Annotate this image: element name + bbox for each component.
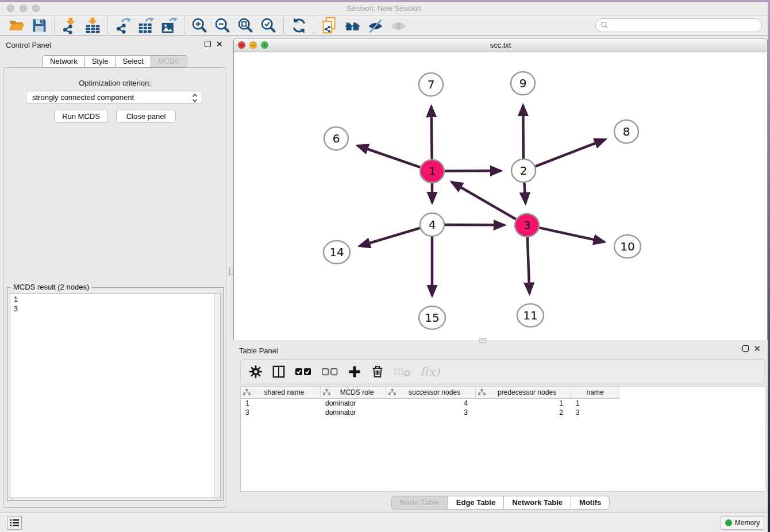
first-neighbors-icon: [344, 17, 361, 34]
task-history-button[interactable]: [7, 516, 22, 530]
open-session-button[interactable]: [5, 16, 28, 34]
edge-2-9[interactable]: [523, 105, 523, 159]
horizontal-splitter-grip[interactable]: [479, 338, 486, 343]
import-table-button[interactable]: [81, 16, 104, 34]
column-header-MCDS-role[interactable]: MCDS role: [321, 387, 386, 399]
hide-columns-button[interactable]: [321, 363, 338, 380]
edge-1-2[interactable]: [445, 171, 501, 171]
window-zoom-button[interactable]: [32, 5, 40, 12]
cell-MCDS-role[interactable]: dominator: [321, 399, 386, 408]
table-row[interactable]: 3dominator323: [241, 408, 765, 417]
network-canvas[interactable]: 7968124314101511: [234, 52, 767, 340]
export-table-button[interactable]: [134, 16, 157, 34]
search-input[interactable]: [609, 20, 761, 31]
node-label-9: 9: [519, 76, 527, 90]
tab-style[interactable]: Style: [85, 55, 116, 68]
edge-3-11[interactable]: [528, 237, 530, 294]
node-label-6: 6: [333, 132, 340, 145]
cell-name[interactable]: 1: [571, 399, 619, 408]
sitemap-icon: [323, 389, 330, 396]
cell-shared-name[interactable]: 1: [241, 399, 321, 408]
cell-successor-nodes[interactable]: 3: [386, 408, 476, 417]
optimization-criterion-value: strongly connected component: [32, 93, 134, 102]
tab-network[interactable]: Network: [43, 55, 85, 68]
tab-network-table[interactable]: Network Table: [504, 496, 571, 510]
run-mcds-button[interactable]: Run MCDS: [54, 110, 108, 123]
hide-selected-button[interactable]: [364, 16, 387, 34]
column-header-successor-nodes[interactable]: successor nodes: [386, 387, 476, 399]
network-close-button[interactable]: ×: [238, 41, 245, 49]
mcds-result-title: MCDS result (2 nodes): [11, 283, 91, 291]
tab-node-table[interactable]: Node Table: [391, 496, 448, 510]
cell-MCDS-role[interactable]: dominator: [321, 408, 386, 417]
node-label-14: 14: [329, 245, 344, 259]
column-header-shared-name[interactable]: shared name: [241, 387, 321, 399]
edge-3-1[interactable]: [452, 182, 516, 219]
cell-predecessor-nodes[interactable]: 1: [476, 399, 571, 408]
toolbar-separator: [54, 17, 55, 34]
import-network-button[interactable]: [58, 16, 81, 34]
window-minimize-button[interactable]: [20, 5, 27, 12]
cell-shared-name[interactable]: 3: [241, 408, 321, 417]
save-session-button[interactable]: [28, 16, 51, 34]
delete-column-button[interactable]: [371, 363, 384, 380]
edge-3-10[interactable]: [540, 228, 605, 242]
float-table-panel-icon[interactable]: [742, 345, 749, 352]
edge-2-3[interactable]: [524, 183, 525, 203]
toolbar-separator: [107, 17, 108, 34]
optimization-criterion-select[interactable]: strongly connected component: [26, 91, 202, 104]
toolbar-separator: [283, 17, 284, 34]
save-session-icon: [30, 17, 48, 34]
float-panel-icon[interactable]: [205, 41, 211, 47]
close-panel-icon[interactable]: ✕: [215, 41, 223, 47]
close-panel-button[interactable]: Close panel: [116, 110, 176, 123]
sitemap-icon: [478, 389, 486, 396]
table-settings-button[interactable]: [249, 363, 263, 380]
tab-mcds[interactable]: MCDS: [151, 55, 187, 68]
table-row[interactable]: 1dominator411: [241, 399, 765, 408]
column-header-name[interactable]: name: [571, 387, 619, 399]
node-label-11: 11: [523, 309, 537, 322]
show-columns-button[interactable]: [295, 363, 312, 380]
clone-network-button[interactable]: [318, 16, 341, 34]
zoom-fit-button[interactable]: [234, 16, 257, 34]
memory-button[interactable]: Memory: [721, 516, 764, 530]
delete-column-icon: [371, 365, 384, 379]
tab-select[interactable]: Select: [116, 55, 151, 68]
search-box[interactable]: [595, 18, 762, 32]
node-label-3: 3: [523, 218, 531, 232]
tab-motifs[interactable]: Motifs: [571, 496, 610, 510]
network-zoom-button[interactable]: +: [261, 41, 268, 49]
zoom-selected-button[interactable]: [257, 16, 280, 34]
mcds-result-scrollbar[interactable]: [214, 294, 220, 498]
toolbar-separator: [314, 17, 314, 34]
tab-edge-table[interactable]: Edge Table: [448, 496, 504, 510]
mcds-result-textarea[interactable]: 1 3: [10, 293, 221, 498]
node-table[interactable]: shared nameMCDS rolesuccessor nodesprede…: [240, 386, 765, 492]
app-title: Session: New Session: [0, 2, 768, 16]
node-label-15: 15: [425, 311, 439, 325]
cell-name[interactable]: 3: [571, 408, 619, 417]
zoom-in-button[interactable]: [188, 16, 211, 34]
network-minimize-button[interactable]: –: [249, 41, 257, 49]
column-header-predecessor-nodes[interactable]: predecessor nodes: [476, 387, 571, 399]
close-table-panel-icon[interactable]: ✕: [753, 345, 761, 352]
zoom-out-button[interactable]: [211, 16, 234, 34]
window-close-button[interactable]: [7, 5, 14, 12]
cell-successor-nodes[interactable]: 4: [386, 399, 476, 408]
first-neighbors-button[interactable]: [341, 16, 364, 34]
toolbar-icon-groups: [5, 16, 410, 34]
edge-2-8[interactable]: [536, 139, 606, 166]
cell-predecessor-nodes[interactable]: 2: [476, 408, 571, 417]
toggle-panes-button[interactable]: [272, 363, 286, 380]
edge-1-7[interactable]: [432, 106, 432, 159]
export-network-button[interactable]: [111, 16, 134, 34]
create-column-button[interactable]: [348, 363, 361, 380]
export-image-button[interactable]: [157, 16, 180, 34]
sitemap-icon: [243, 389, 251, 396]
edge-4-3[interactable]: [445, 225, 505, 225]
memory-label: Memory: [735, 519, 760, 527]
edge-1-6[interactable]: [357, 145, 420, 167]
edge-4-14[interactable]: [359, 228, 419, 246]
refresh-layout-button[interactable]: [287, 16, 310, 34]
